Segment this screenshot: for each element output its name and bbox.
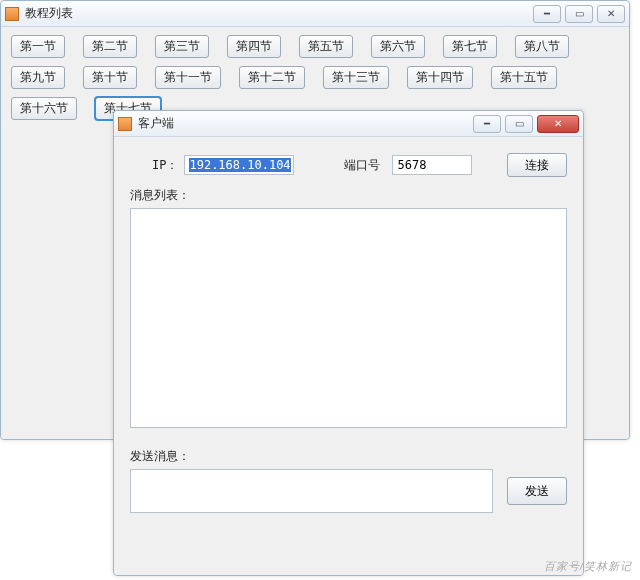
lesson-button-label: 第十二节 bbox=[248, 69, 296, 86]
message-list-label: 消息列表： bbox=[130, 187, 567, 204]
lesson-button[interactable]: 第七节 bbox=[443, 35, 497, 58]
client-titlebar[interactable]: 客户端 ━ ▭ ✕ bbox=[114, 111, 583, 137]
lesson-button-label: 第十一节 bbox=[164, 69, 212, 86]
lesson-button[interactable]: 第二节 bbox=[83, 35, 137, 58]
port-input[interactable]: 5678 bbox=[392, 155, 472, 175]
minimize-button[interactable]: ━ bbox=[473, 115, 501, 133]
send-label: 发送 bbox=[525, 483, 549, 500]
port-value: 5678 bbox=[397, 158, 426, 172]
send-row: 发送 bbox=[130, 469, 567, 513]
lesson-button-label: 第十节 bbox=[92, 69, 128, 86]
ip-label: IP： bbox=[152, 157, 178, 174]
connect-button[interactable]: 连接 bbox=[507, 153, 567, 177]
lesson-button[interactable]: 第一节 bbox=[11, 35, 65, 58]
send-message-label: 发送消息： bbox=[130, 448, 567, 465]
ip-input[interactable]: 192.168.10.104 bbox=[184, 155, 294, 175]
lesson-button[interactable]: 第十三节 bbox=[323, 66, 389, 89]
lesson-button-label: 第七节 bbox=[452, 38, 488, 55]
lesson-button[interactable]: 第十六节 bbox=[11, 97, 77, 120]
lesson-button-label: 第十三节 bbox=[332, 69, 380, 86]
send-button[interactable]: 发送 bbox=[507, 477, 567, 505]
app-icon bbox=[118, 117, 132, 131]
lesson-button-label: 第六节 bbox=[380, 38, 416, 55]
client-window-title: 客户端 bbox=[138, 115, 469, 132]
maximize-button[interactable]: ▭ bbox=[565, 5, 593, 23]
close-button[interactable]: ✕ bbox=[597, 5, 625, 23]
connect-label: 连接 bbox=[525, 157, 549, 174]
watermark-text: 百家号/笑林新记 bbox=[544, 559, 632, 574]
main-titlebar[interactable]: 教程列表 ━ ▭ ✕ bbox=[1, 1, 629, 27]
lesson-button-label: 第十四节 bbox=[416, 69, 464, 86]
client-client-area: IP： 192.168.10.104 端口号 5678 连接 消息列表： 发送消… bbox=[114, 137, 583, 575]
send-message-textarea[interactable] bbox=[130, 469, 493, 513]
lesson-button-label: 第四节 bbox=[236, 38, 272, 55]
lesson-button-label: 第一节 bbox=[20, 38, 56, 55]
lesson-button-label: 第十五节 bbox=[500, 69, 548, 86]
lesson-button[interactable]: 第十二节 bbox=[239, 66, 305, 89]
app-icon bbox=[5, 7, 19, 21]
minimize-button[interactable]: ━ bbox=[533, 5, 561, 23]
lesson-button-label: 第五节 bbox=[308, 38, 344, 55]
lesson-button[interactable]: 第四节 bbox=[227, 35, 281, 58]
main-window-title: 教程列表 bbox=[25, 5, 529, 22]
lesson-button[interactable]: 第十四节 bbox=[407, 66, 473, 89]
ip-value-selected: 192.168.10.104 bbox=[189, 158, 290, 172]
main-window-controls: ━ ▭ ✕ bbox=[529, 5, 625, 23]
maximize-button[interactable]: ▭ bbox=[505, 115, 533, 133]
lesson-button[interactable]: 第五节 bbox=[299, 35, 353, 58]
connection-row: IP： 192.168.10.104 端口号 5678 连接 bbox=[130, 153, 567, 177]
message-list-textarea[interactable] bbox=[130, 208, 567, 428]
lesson-button[interactable]: 第九节 bbox=[11, 66, 65, 89]
client-window-controls: ━ ▭ ✕ bbox=[469, 115, 579, 133]
lesson-button-label: 第三节 bbox=[164, 38, 200, 55]
close-button[interactable]: ✕ bbox=[537, 115, 579, 133]
lesson-button[interactable]: 第十五节 bbox=[491, 66, 557, 89]
client-window: 客户端 ━ ▭ ✕ IP： 192.168.10.104 端口号 5678 连接… bbox=[113, 110, 584, 576]
lesson-button[interactable]: 第三节 bbox=[155, 35, 209, 58]
port-label: 端口号 bbox=[344, 157, 380, 174]
lesson-button-label: 第八节 bbox=[524, 38, 560, 55]
lesson-button-label: 第九节 bbox=[20, 69, 56, 86]
lesson-button-label: 第二节 bbox=[92, 38, 128, 55]
lesson-button[interactable]: 第六节 bbox=[371, 35, 425, 58]
lesson-button[interactable]: 第十节 bbox=[83, 66, 137, 89]
lesson-button[interactable]: 第十一节 bbox=[155, 66, 221, 89]
lesson-button[interactable]: 第八节 bbox=[515, 35, 569, 58]
lesson-button-label: 第十六节 bbox=[20, 100, 68, 117]
